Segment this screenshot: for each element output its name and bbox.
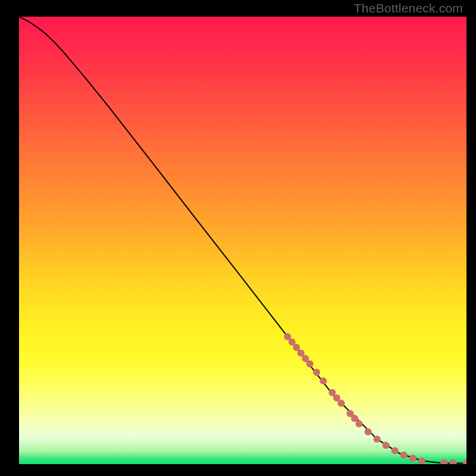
scatter-dot	[400, 452, 408, 459]
scatter-dot	[337, 400, 345, 407]
scatter-dot	[392, 447, 399, 454]
scatter-dot	[356, 420, 363, 427]
bottleneck-curve	[19, 17, 466, 464]
scatter-dot	[293, 344, 300, 351]
scatter-dot	[383, 441, 390, 449]
scatter-dot	[306, 361, 314, 368]
scatter-dot	[418, 458, 425, 464]
scatter-dot	[320, 377, 327, 384]
scatter-dot	[409, 455, 416, 462]
curve-layer	[19, 17, 466, 464]
chart-svg	[19, 17, 466, 464]
scatter-dot	[440, 459, 447, 464]
scatter-dot	[374, 436, 381, 443]
plot-area	[19, 17, 466, 464]
scatter-dot	[313, 369, 320, 376]
chart-frame: TheBottleneck.com	[0, 0, 476, 476]
scatter-dot	[365, 428, 372, 436]
watermark-label: TheBottleneck.com	[354, 1, 463, 15]
scatter-dot	[449, 459, 456, 464]
scatter-dot	[463, 459, 466, 464]
scatter-dots-layer	[284, 333, 466, 464]
